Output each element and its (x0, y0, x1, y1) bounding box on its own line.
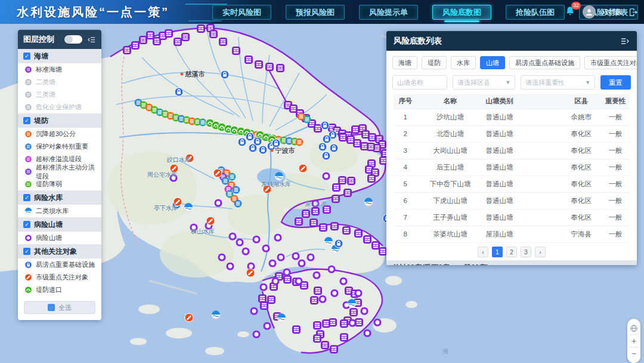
zoom-out-button[interactable]: − (627, 347, 640, 359)
seawall-marker[interactable] (165, 30, 173, 38)
pond-marker[interactable] (355, 290, 361, 296)
reservoir-marker[interactable] (277, 313, 286, 322)
pond-marker[interactable] (251, 308, 257, 314)
flood-point-marker[interactable] (323, 135, 331, 143)
nav-tab[interactable]: 实时风险图 (212, 5, 271, 20)
flood-point-marker[interactable] (335, 239, 343, 248)
flood-point-marker[interactable] (330, 144, 338, 152)
seawall-marker[interactable] (344, 189, 352, 197)
page-2[interactable]: 2 (506, 247, 517, 257)
pond-marker[interactable] (253, 331, 259, 337)
pond-marker[interactable] (191, 224, 197, 230)
reservoir-marker[interactable] (275, 172, 283, 180)
seawall-marker[interactable] (321, 342, 329, 349)
pond-marker[interactable] (314, 272, 320, 278)
seawall-marker[interactable] (293, 326, 301, 334)
seawall-marker[interactable] (314, 287, 322, 295)
reservoir-marker[interactable] (348, 299, 356, 307)
importance-select[interactable]: 请选择重要性▼ (521, 75, 595, 90)
city-focus-marker[interactable] (185, 313, 193, 322)
checkbox-checked[interactable]: ✓ (23, 248, 30, 255)
seawall-marker[interactable] (333, 184, 340, 192)
layer-section-header[interactable]: ✓ 其他关注对象 (18, 244, 101, 259)
seawall-marker[interactable] (310, 219, 318, 227)
layer-item[interactable]: 二类塘 (18, 76, 101, 88)
flood-point-marker[interactable] (249, 144, 257, 152)
seawall-marker[interactable] (348, 177, 355, 185)
city-focus-marker[interactable] (299, 164, 307, 173)
seawall-marker[interactable] (323, 320, 330, 328)
table-row[interactable]: 6下虎山山塘普通山塘奉化区一般 (394, 192, 630, 209)
city-focus-marker[interactable] (170, 164, 178, 173)
pond-marker[interactable] (320, 296, 326, 302)
city-focus-marker[interactable] (246, 269, 255, 277)
page-next[interactable]: › (535, 247, 546, 257)
tab-市级重点关注对象[interactable]: 市级重点关注对象 (584, 56, 637, 69)
pond-marker[interactable] (230, 233, 236, 239)
seawall-marker[interactable] (132, 42, 140, 50)
seawall-marker[interactable] (340, 320, 348, 328)
seawall-marker[interactable] (261, 302, 268, 310)
pond-marker[interactable] (243, 248, 249, 254)
seawall-marker[interactable] (340, 334, 348, 342)
seawall-marker[interactable] (277, 64, 284, 72)
layer-item[interactable]: 二类坝水库 (18, 205, 101, 217)
pond-marker[interactable] (261, 284, 267, 290)
table-row[interactable]: 7王子弄山塘普通山塘奉化区一般 (394, 209, 630, 226)
seawall-marker[interactable] (284, 276, 292, 284)
pond-marker[interactable] (273, 278, 278, 284)
table-row[interactable]: 4后王山塘普通山塘奉化区一般 (394, 159, 630, 176)
flood-point-marker[interactable] (221, 70, 229, 79)
zoom-in-button[interactable]: + (627, 335, 640, 347)
pond-marker[interactable] (248, 263, 254, 269)
pond-marker[interactable] (312, 201, 318, 207)
seawall-marker[interactable] (361, 143, 369, 150)
layer-section-header[interactable]: ✓ 病险水库 (18, 190, 101, 205)
levee-marker[interactable] (233, 186, 240, 194)
seawall-marker[interactable] (369, 134, 376, 141)
reset-button[interactable]: 重置 (600, 75, 631, 90)
pond-marker[interactable] (263, 245, 269, 251)
seawall-marker[interactable] (311, 297, 318, 304)
seawall-marker[interactable] (219, 38, 227, 46)
layer-item[interactable]: 病险山塘 (18, 232, 101, 244)
seawall-marker[interactable] (364, 236, 371, 244)
seawall-marker[interactable] (210, 30, 218, 38)
layer-item[interactable]: 三类塘 (18, 88, 101, 101)
layer-item[interactable]: 易涝点重要基础设施 (18, 259, 101, 271)
tab-海塘[interactable]: 海塘 (392, 56, 417, 69)
flood-point-marker[interactable] (238, 138, 246, 146)
pond-marker[interactable] (296, 278, 302, 284)
pond-marker[interactable] (237, 239, 243, 245)
flood-point-marker[interactable] (318, 143, 327, 151)
logout-icon[interactable] (628, 7, 638, 17)
levee-marker[interactable] (228, 173, 236, 181)
seawall-marker[interactable] (350, 309, 358, 316)
tab-水库[interactable]: 水库 (451, 56, 476, 69)
seawall-marker[interactable] (379, 248, 387, 256)
table-row[interactable]: 8茶婆坑山塘屋顶山塘宁海县一般 (394, 226, 630, 242)
notification-bell-icon[interactable]: 32 (564, 5, 577, 19)
page-1[interactable]: 1 (492, 247, 503, 257)
levee-marker[interactable] (296, 139, 304, 146)
nav-tab[interactable]: 预报风险图 (286, 5, 345, 20)
seawall-marker[interactable] (343, 227, 351, 235)
reservoir-marker[interactable] (184, 203, 193, 211)
flood-point-marker[interactable] (246, 133, 254, 141)
nav-tab[interactable]: 风险提示单 (359, 5, 418, 20)
nav-tab[interactable]: 风险底数图 (432, 5, 491, 20)
seawall-marker[interactable] (295, 218, 303, 226)
pond-marker[interactable] (227, 263, 233, 269)
checkbox-checked[interactable]: ✓ (23, 194, 30, 201)
table-row[interactable]: 5下中岙下山塘普通山塘奉化区一般 (394, 176, 630, 192)
flood-point-marker[interactable] (175, 88, 183, 96)
seawall-marker[interactable] (332, 195, 340, 203)
page-prev[interactable]: ‹ (478, 247, 488, 257)
reservoir-marker[interactable] (212, 310, 220, 319)
pond-marker[interactable] (323, 173, 329, 179)
seawall-marker[interactable] (312, 208, 320, 216)
tab-堤防[interactable]: 堤防 (422, 56, 447, 69)
tab-山塘[interactable]: 山塘 (480, 56, 505, 69)
flood-point-marker[interactable] (322, 152, 330, 160)
pond-marker[interactable] (270, 260, 275, 266)
